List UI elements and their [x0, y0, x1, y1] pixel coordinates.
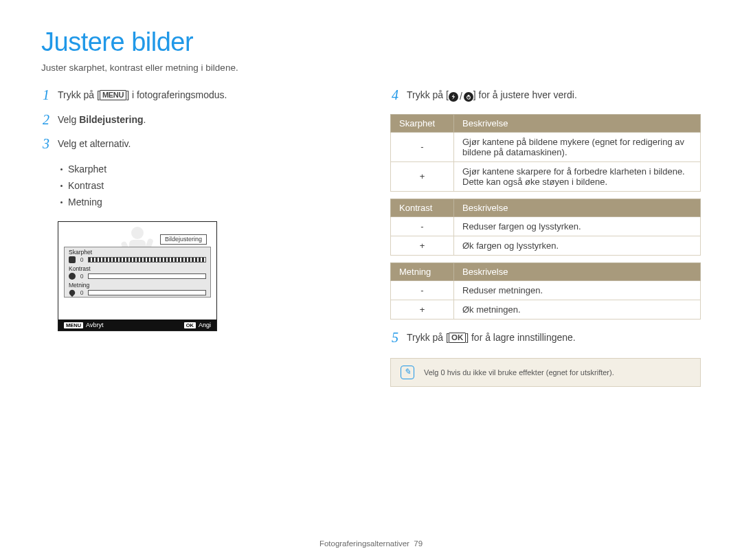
bullet-icon: [60, 201, 63, 203]
step-number: 2: [41, 113, 51, 126]
page-footer: Fotograferingsalternativer 79: [0, 539, 742, 548]
flash-icon: [449, 92, 458, 102]
step-4: 4 Trykk på [ / ] for å justere hver verd…: [390, 88, 701, 104]
step-3: 3 Velg et alternativ.: [41, 137, 352, 152]
step-number: 3: [41, 137, 51, 150]
page-title: Justere bilder: [41, 27, 701, 57]
step-body: Trykk på [ / ] for å justere hver verdi.: [407, 88, 577, 104]
step-number: 5: [390, 331, 400, 344]
slider: [88, 257, 206, 262]
ok-icon: OK: [449, 333, 466, 343]
note-box: ✎ Velg 0 hvis du ikke vil bruke effekter…: [390, 358, 701, 387]
slider-row-sharpness: 0: [65, 256, 210, 264]
step-body: Velg Bildejustering.: [58, 113, 146, 128]
slider: [88, 273, 206, 279]
step-number: 1: [41, 88, 51, 102]
note-text: Velg 0 hvis du ikke vil bruke effekter (…: [424, 368, 614, 377]
table-saturation: MetningBeskrivelse -Reduser metningen. +…: [390, 262, 701, 320]
page-subtitle: Juster skarphet, kontrast eller metning …: [41, 63, 701, 73]
slider-row-contrast: 0: [65, 272, 210, 280]
page: Justere bilder Juster skarphet, kontrast…: [0, 0, 742, 560]
slider-row-saturation: 0: [65, 289, 210, 297]
step-1: 1 Trykk på [MENU] i fotograferingsmodus.: [41, 88, 352, 103]
table-row: -Reduser fargen og lysstyrken.: [391, 216, 701, 236]
contrast-icon: [69, 273, 76, 280]
screen-footer: MENU Avbryt OK Angi: [58, 320, 216, 331]
table-row: -Reduser metningen.: [391, 280, 701, 300]
left-column: 1 Trykk på [MENU] i fotograferingsmodus.…: [41, 88, 352, 387]
table-sharpness: SkarphetBeskrivelse -Gjør kantene på bil…: [390, 114, 701, 192]
step-2: 2 Velg Bildejustering.: [41, 113, 352, 128]
flash-timer-icons: /: [449, 89, 473, 104]
list-item: Skarphet: [60, 161, 352, 178]
saturation-icon: [68, 289, 76, 297]
ok-icon: OK: [184, 322, 196, 328]
bullet-icon: [60, 185, 63, 187]
timer-icon: [464, 92, 473, 102]
table-row: +Gjør kantene skarpere for å forbedre kl…: [391, 161, 701, 191]
menu-icon: MENU: [64, 322, 83, 328]
content-columns: 1 Trykk på [MENU] i fotograferingsmodus.…: [41, 88, 701, 387]
table-row: +Øk metningen.: [391, 300, 701, 319]
table-contrast: KontrastBeskrivelse -Reduser fargen og l…: [390, 199, 701, 256]
slider: [88, 290, 206, 295]
table-row: +Øk fargen og lysstyrken.: [391, 236, 701, 255]
step-body: Velg et alternativ.: [58, 137, 131, 152]
list-item: Metning: [60, 194, 352, 211]
list-item: Kontrast: [60, 178, 352, 194]
bullet-icon: [60, 168, 63, 170]
note-icon: ✎: [401, 366, 414, 379]
step-number: 4: [390, 88, 400, 102]
menu-icon: MENU: [100, 90, 126, 100]
adjust-panel: Skarphet 0 Kontrast 0 Metning: [64, 247, 211, 298]
step-5: 5 Trykk på [OK] for å lagre innstillinge…: [390, 331, 701, 346]
options-sublist: Skarphet Kontrast Metning: [60, 161, 352, 210]
camera-screen-mock: Bildejustering Skarphet 0 Kontrast 0: [58, 221, 217, 331]
panel-title-chip: Bildejustering: [160, 234, 207, 245]
table-row: -Gjør kantene på bildene mykere (egnet f…: [391, 132, 701, 161]
step-body: Trykk på [MENU] i fotograferingsmodus.: [58, 88, 227, 103]
right-column: 4 Trykk på [ / ] for å justere hver verd…: [390, 88, 701, 387]
sharpness-icon: [69, 256, 76, 263]
step-body: Trykk på [OK] for å lagre innstillingene…: [407, 331, 576, 346]
svg-point-0: [131, 227, 144, 239]
